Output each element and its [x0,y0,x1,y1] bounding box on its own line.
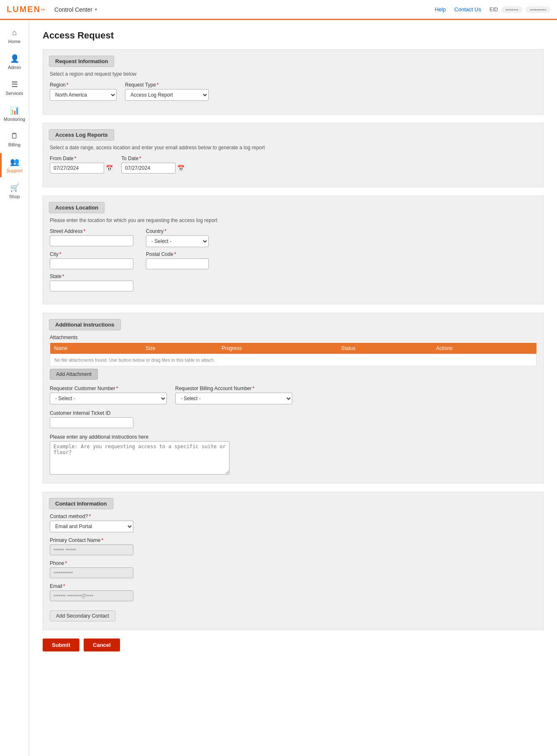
attach-col-name: Name [50,343,142,354]
to-date-label: To Date* [121,156,184,161]
req-customer-num-select[interactable]: - Select - [50,393,167,404]
services-icon: ☰ [11,80,18,89]
submit-button[interactable]: Submit [43,639,79,651]
city-input[interactable] [50,258,133,269]
sidebar-label-services: Services [5,91,23,96]
sidebar-item-shop[interactable]: 🛒 Shop [0,179,29,203]
sidebar-item-admin[interactable]: 👤 Admin [0,50,29,74]
access-log-header: Access Log Reports [49,129,114,140]
city-group: City* [50,251,133,269]
eid-value[interactable]: •••••••• [501,6,523,13]
from-date-wrapper: 📅 [50,163,113,174]
attach-col-size: Size [141,343,217,354]
sidebar-label-home: Home [8,39,20,44]
top-nav-right: Help Contact Us EID •••••••• •••••••••• [435,6,550,13]
request-info-section: Request Information Select a region and … [43,49,544,115]
sidebar-item-home[interactable]: ⌂ Home [0,24,29,48]
from-date-group: From Date* 📅 [50,156,113,174]
access-location-section: Access Location Please enter the locatio… [43,196,544,304]
postal-input[interactable] [146,258,209,269]
layout: ⌂ Home 👤 Admin ☰ Services 📊 Monitoring 🗒… [0,20,557,756]
cancel-button[interactable]: Cancel [84,639,120,651]
attach-empty-msg: No file attachments found. Use button be… [50,354,537,366]
contact-method-group: Contact method?* Email and Portal Email … [50,513,537,532]
app-name-chevron[interactable]: ▾ [95,7,97,12]
additional-instructions-header: Additional Instructions [49,319,121,330]
app-name: Control Center [54,6,92,13]
state-group: State* [50,273,537,291]
country-select[interactable]: - Select - United States Canada Mexico U… [146,235,209,247]
country-label: Country* [146,228,209,234]
state-input[interactable] [50,281,133,291]
contact-method-label: Contact method?* [50,513,537,519]
email-label: Email* [50,583,537,589]
request-type-select[interactable]: Access Log Report Physical Access Escort… [125,89,209,101]
request-info-header: Request Information [49,56,114,67]
req-billing-select[interactable]: - Select - [175,393,292,404]
contact-info-section: Contact Information Contact method?* Ema… [43,492,544,630]
primary-name-group: Primary Contact Name* [50,537,537,555]
ticket-id-input[interactable] [50,417,133,428]
attach-col-actions: Actions [432,343,537,354]
email-input[interactable] [50,590,133,601]
req-billing-group: Requestor Billing Account Number* - Sele… [175,386,292,404]
to-date-input[interactable] [121,163,176,174]
additional-instructions-section: Additional Instructions Attachments Name… [43,313,544,483]
user-value[interactable]: •••••••••• [526,6,550,13]
sidebar-label-support: Support [6,168,23,173]
country-group: Country* - Select - United States Canada… [146,228,209,247]
additional-instr-group: Please enter any additional instructions… [50,434,537,475]
attach-table-header-row: Name Size Progress Status Actions [50,343,537,354]
access-location-desc: Please enter the location for which you … [50,217,537,223]
top-nav: LUMEN™ Control Center ▾ Help Contact Us … [0,0,557,20]
phone-input[interactable] [50,567,133,578]
request-info-desc: Select a region and request type below [50,71,537,77]
street-group: Street Address* [50,228,133,247]
billing-icon: 🗒 [11,132,18,140]
form-actions: Submit Cancel [43,639,544,651]
to-date-group: To Date* 📅 [121,156,184,174]
additional-instr-textarea[interactable] [50,441,230,475]
from-date-calendar-icon[interactable]: 📅 [106,165,113,171]
app-name-area: Control Center ▾ [54,6,97,13]
main-content: Access Request Request Information Selec… [29,20,557,756]
add-secondary-contact-button[interactable]: Add Secondary Contact [50,610,115,621]
sidebar-label-billing: Billing [8,142,20,147]
primary-name-input[interactable] [50,544,133,555]
additional-instr-label: Please enter any additional instructions… [50,434,537,440]
add-attachment-button[interactable]: Add Attachment [50,369,98,380]
attachments-table: Name Size Progress Status Actions No fil… [50,343,537,366]
street-input[interactable] [50,235,133,246]
region-select[interactable]: North America EMEA APAC LATAM [50,89,117,101]
email-group: Email* [50,583,537,601]
req-billing-label: Requestor Billing Account Number* [175,386,292,391]
sidebar-label-admin: Admin [8,65,21,70]
page-title: Access Request [43,30,544,41]
shop-icon: 🛒 [10,183,19,192]
sidebar-item-billing[interactable]: 🗒 Billing [0,128,29,151]
brand-logo: LUMEN™ [7,5,46,14]
street-label: Street Address* [50,228,133,234]
sidebar: ⌂ Home 👤 Admin ☰ Services 📊 Monitoring 🗒… [0,20,29,756]
contact-method-select[interactable]: Email and Portal Email Only Portal Only … [50,521,133,532]
access-location-header: Access Location [49,202,105,213]
contact-us-link[interactable]: Contact Us [454,6,481,13]
help-link[interactable]: Help [435,6,446,13]
postal-label: Postal Code* [146,251,209,257]
attach-col-progress: Progress [217,343,337,354]
to-date-calendar-icon[interactable]: 📅 [177,165,184,171]
admin-icon: 👤 [10,54,19,63]
request-type-group: Request Type* Access Log Report Physical… [125,82,209,101]
postal-group: Postal Code* [146,251,209,269]
region-label: Region* [50,82,117,88]
access-log-section: Access Log Reports Select a date range, … [43,123,544,187]
phone-group: Phone* [50,560,537,578]
sidebar-item-monitoring[interactable]: 📊 Monitoring [0,102,29,126]
from-date-label: From Date* [50,156,113,161]
sidebar-item-support[interactable]: 👥 Support [0,153,29,177]
sidebar-label-monitoring: Monitoring [4,117,25,122]
eid-area: EID •••••••• •••••••••• [490,6,550,13]
eid-label: EID [490,7,498,13]
sidebar-item-services[interactable]: ☰ Services [0,76,29,100]
from-date-input[interactable] [50,163,104,174]
